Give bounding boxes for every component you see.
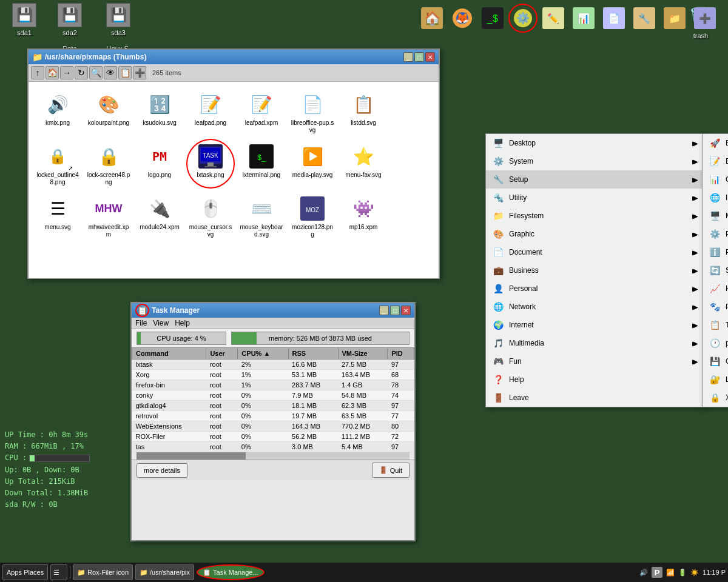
fm-home-btn[interactable]: 🏠 (46, 66, 59, 79)
desktop-icon-sda3[interactable]: 💾 sda3 Linux S. (97, 3, 140, 52)
submenu-item-pup-sysinfo[interactable]: ℹ️ Pup-SysInfo system information (703, 243, 728, 261)
tb-document-icon[interactable]: 📄 (599, 4, 629, 33)
usr-share-pix-taskbtn[interactable]: 📁 /usr/share/pix (135, 564, 194, 580)
tb-firefox-icon[interactable]: 🦊 (448, 4, 477, 33)
submenu-item-ipinfo[interactable]: 🌐 IPInfo network information (703, 189, 728, 207)
fm-add-btn[interactable]: ➕ (133, 66, 146, 79)
submenu-item-system-update[interactable]: 🔄 System Update (703, 261, 728, 279)
menu-item-personal[interactable]: 👤 Personal ▶ (486, 279, 703, 298)
submenu-item-login-security[interactable]: 🔐 Login and Security Manager (703, 370, 728, 389)
menu-item-setup[interactable]: 🔧 Setup ▶ (486, 170, 703, 189)
brightness-icon[interactable]: ☀️ (690, 569, 699, 577)
list-item[interactable]: 📄 libreoffice-pup.svg (288, 87, 337, 136)
tb-setup-icon[interactable]: ⚙️ (508, 4, 538, 33)
submenu-item-pschedule[interactable]: 🕐 pSchedule task on time (703, 334, 728, 352)
submenu-item-cpu-freq[interactable]: 📊 CPU Frequency Scaling Tool (703, 170, 728, 189)
table-row[interactable]: firefox-bin root 1% 283.7 MB 1.4 GB 78 (132, 380, 414, 390)
task-manager-taskbtn[interactable]: 📋 Task Manage... (197, 564, 265, 580)
menu-item-leave[interactable]: 🚪 Leave (486, 389, 703, 407)
menu-item-desktop[interactable]: 🖥️ Desktop ▶ (486, 134, 703, 152)
submenu-item-boot-manager[interactable]: 🚀 Boot Manager (703, 134, 728, 152)
file-manager-titlebar[interactable]: 📁 /usr/share/pixmaps (Thumbs) _ □ ✕ (29, 50, 439, 64)
fm-tree-btn[interactable]: 📋 (118, 66, 132, 79)
table-row[interactable]: lxtask root 2% 16.6 MB 27.5 MB 97 (132, 360, 414, 370)
more-details-button[interactable]: more details (136, 463, 187, 478)
menu-item-internet[interactable]: 🌍 Internet ▶ (486, 316, 703, 334)
fm-forward-btn[interactable]: → (60, 66, 73, 79)
list-item[interactable]: 🎨 kolourpaint.png (84, 87, 133, 136)
submenu-item-monitor[interactable]: 🖥️ Monitor Settings (703, 207, 728, 225)
menu-item-multimedia[interactable]: 🎵 Multimedia ▶ (486, 334, 703, 352)
menu-item-filesystem[interactable]: 📁 Filesystem ▶ (486, 207, 703, 225)
table-row[interactable]: conky root 0% 7.9 MB 54.8 MB 74 (132, 390, 414, 401)
apps-places-button[interactable]: Apps Places (2, 564, 48, 580)
maximize-button[interactable]: □ (414, 52, 424, 62)
submenu-item-task-manager[interactable]: 📋 Task Manager (703, 316, 728, 334)
menu-item-graphic[interactable]: 🎨 Graphic ▶ (486, 225, 703, 243)
list-item[interactable]: ☰ menu.svg (33, 191, 82, 241)
list-item[interactable]: MOZ mozicon128.png (288, 191, 337, 241)
list-item-lxtask[interactable]: TASK lxtask.png (186, 139, 235, 189)
list-item[interactable]: 🔒 lock-screen48.png (84, 139, 133, 189)
list-item[interactable]: ⌨️ mouse_keyboard.svg (237, 191, 286, 241)
menu-item-business[interactable]: 💼 Business ▶ (486, 261, 703, 279)
desktop-icon-sda1[interactable]: 💾 sda1 (3, 3, 46, 36)
table-row[interactable]: tas root 0% 3.0 MB 5.4 MB 97 (132, 442, 414, 452)
menu-item-network[interactable]: 🌐 Network ▶ (486, 298, 703, 316)
list-item[interactable]: 🔌 module24.xpm (135, 191, 184, 241)
tm-minimize-button[interactable]: _ (379, 306, 389, 315)
table-row[interactable]: retrovol root 0% 19.7 MB 63.5 MB 77 (132, 411, 414, 421)
list-item[interactable]: MHW mhwaveedit.xpm (84, 191, 133, 241)
list-item[interactable]: 🔒 ↗ locked_outline48.png (33, 139, 82, 189)
menu-item-document[interactable]: 📄 Document ▶ (486, 243, 703, 261)
tb-home-icon[interactable]: 🏠 (417, 4, 447, 33)
list-item[interactable]: 🔢 ksudoku.svg (135, 87, 184, 136)
tb-tools-icon[interactable]: 🔧 (630, 4, 659, 33)
list-item[interactable]: 🖱️ mouse_cursor.svg (186, 191, 235, 241)
puppy-icon[interactable]: P (652, 567, 662, 578)
submenu-item-htop[interactable]: 📈 Htop System Process Viewer (703, 279, 728, 298)
list-item[interactable]: 🔊 kmix.png (33, 87, 82, 136)
list-item[interactable]: PM logo.png (135, 139, 184, 189)
menu-item-system[interactable]: ⚙️ System ▶ (486, 152, 703, 170)
list-item[interactable]: 📋 listdd.svg (339, 87, 388, 136)
wifi-icon[interactable]: 📶 (666, 569, 675, 577)
col-rss[interactable]: RSS (288, 348, 338, 360)
fm-search-btn[interactable]: 🔍 (89, 66, 103, 79)
battery-icon[interactable]: 🔋 (678, 569, 687, 577)
menu-item-utility[interactable]: 🔩 Utility ▶ (486, 189, 703, 207)
tb-editor-icon[interactable]: ✏️ (539, 4, 568, 33)
table-row[interactable]: ROX-Filer root 0% 56.2 MB 111.2 MB 72 (132, 432, 414, 442)
tb-folder-icon[interactable]: 📁 (660, 4, 689, 33)
list-item[interactable]: $_ lxterminal.png (237, 139, 286, 189)
close-button[interactable]: ✕ (425, 52, 435, 62)
tm-menu-help[interactable]: Help (175, 319, 190, 327)
quit-button[interactable]: 🚪 Quit (372, 463, 410, 478)
minimize-button[interactable]: _ (403, 52, 413, 62)
table-row[interactable]: WebExtensions root 0% 164.3 MB 770.2 MB … (132, 421, 414, 432)
fm-up-btn[interactable]: ↑ (31, 66, 44, 79)
col-user[interactable]: User (206, 348, 238, 360)
fm-view-btn[interactable]: 👁 (104, 66, 117, 79)
submenu-item-gparted[interactable]: 💾 GParted partition manager (703, 352, 728, 370)
volume-icon[interactable]: 🔊 (639, 569, 648, 577)
taskbar-menu-button[interactable]: ☰ (50, 564, 67, 580)
submenu-item-bulk-rename[interactable]: 📝 Bulk Rename (703, 152, 728, 170)
fm-refresh-btn[interactable]: ↻ (75, 66, 88, 79)
tm-menu-file[interactable]: File (135, 319, 147, 327)
task-manager-titlebar[interactable]: 📋 Task Manager _ □ ✕ (132, 303, 414, 318)
table-row[interactable]: Xorg root 1% 53.1 MB 163.4 MB 68 (132, 370, 414, 380)
tb-spreadsheet-icon[interactable]: 📊 (569, 4, 598, 33)
list-item[interactable]: 📝 leafpad.xpm (237, 87, 286, 136)
col-vmsize[interactable]: VM-Size (338, 348, 388, 360)
tm-maximize-button[interactable]: □ (390, 306, 400, 315)
tm-menu-view[interactable]: View (153, 319, 169, 327)
menu-item-fun[interactable]: 🎮 Fun ▶ (486, 352, 703, 370)
col-cpu[interactable]: CPU% ▲ (238, 348, 288, 360)
submenu-item-xlock[interactable]: 🔒 Xlock lock screen (703, 389, 728, 407)
tb-terminal-icon[interactable]: _$ (478, 4, 507, 33)
list-item[interactable]: ⭐ menu-fav.svg (339, 139, 388, 189)
desktop-icon-sda2[interactable]: 💾 sda2 Data (49, 3, 91, 52)
list-item[interactable]: 📝 leafpad.png (186, 87, 235, 136)
table-row[interactable]: gtkdialog4 root 0% 18.1 MB 62.3 MB 97 (132, 401, 414, 411)
